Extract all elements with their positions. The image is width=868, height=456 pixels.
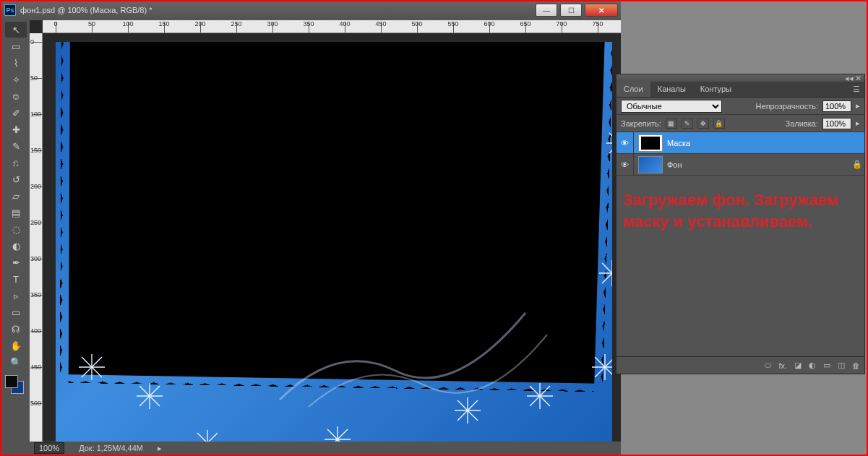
window-title: фон1.psd @ 100% (Маска, RGB/8) * <box>20 6 536 14</box>
tool-eraser[interactable]: ▱ <box>5 188 27 204</box>
tool-stamp[interactable]: ⎌ <box>5 155 27 171</box>
photoshop-window: Ps фон1.psd @ 100% (Маска, RGB/8) * ↖▭⌇✧… <box>1 1 621 455</box>
tool-3d[interactable]: ☊ <box>5 321 27 337</box>
lock-pixels-button[interactable]: ✎ <box>682 119 693 129</box>
doc-size: Док: 1,25M/4,44M <box>79 444 143 452</box>
panel-drag-header[interactable]: ◂◂✕ <box>616 74 864 82</box>
foreground-color[interactable] <box>5 375 18 388</box>
minimize-button[interactable] <box>536 4 557 17</box>
snowflake-icon <box>598 259 612 288</box>
fill-label: Заливка: <box>786 119 818 128</box>
lock-transparency-button[interactable]: ▦ <box>666 119 677 129</box>
lock-position-button[interactable]: ✥ <box>697 119 709 129</box>
snowflake-icon <box>590 353 612 382</box>
tool-type[interactable]: T <box>5 271 27 287</box>
layer-thumbnail[interactable] <box>638 156 663 173</box>
tools-panel: ↖▭⌇✧⎊✐✚✎⎌↺▱▤◌◐✒T▹▭☊✋🔍 <box>4 20 28 447</box>
title-bar: Ps фон1.psd @ 100% (Маска, RGB/8) * <box>1 1 621 19</box>
snowflake-icon <box>323 425 352 442</box>
canvas-scrollview[interactable] <box>43 33 621 442</box>
layer-list: 👁Маска👁Фон🔒 <box>616 132 864 356</box>
ruler-horizontal: 0501001502002503003504004505005506006507… <box>43 20 621 33</box>
zoom-level[interactable]: 100% <box>34 442 64 454</box>
snowflake-icon <box>135 382 164 410</box>
tab-Каналы[interactable]: Каналы <box>650 82 693 97</box>
footer-link-button[interactable]: ⬭ <box>765 361 771 370</box>
opacity-label: Непрозрачность: <box>756 102 818 111</box>
footer-delete-button[interactable]: 🗑 <box>852 361 860 370</box>
status-chevron-icon[interactable]: ▸ <box>158 444 162 453</box>
snowflake-icon <box>525 382 554 410</box>
fill-input[interactable] <box>822 118 851 129</box>
tool-blur[interactable]: ◌ <box>5 221 27 237</box>
lock-icon: 🔒 <box>850 160 864 169</box>
color-swatches[interactable] <box>5 375 24 394</box>
layer-row[interactable]: 👁Маска <box>616 132 864 154</box>
tab-Слои[interactable]: Слои <box>616 82 650 97</box>
lock-label: Закрепить: <box>621 119 661 128</box>
layer-name[interactable]: Маска <box>667 139 864 147</box>
opacity-chevron-icon[interactable]: ▸ <box>856 101 860 111</box>
footer-mask-button[interactable]: ◪ <box>794 361 802 370</box>
visibility-toggle[interactable]: 👁 <box>616 154 634 175</box>
ruler-vertical: 050100150200250300350400450500 <box>30 33 43 442</box>
opacity-input[interactable] <box>822 100 851 112</box>
fill-chevron-icon[interactable]: ▸ <box>856 119 860 128</box>
layer-name[interactable]: Фон <box>667 160 850 169</box>
maximize-button[interactable] <box>560 4 582 17</box>
tab-Контуры[interactable]: Контуры <box>693 82 739 97</box>
snowflake-icon <box>453 396 482 425</box>
panel-footer: ⬭fx.◪◐▭◫🗑 <box>616 356 864 374</box>
status-bar: 100% Док: 1,25M/4,44M ▸ <box>30 442 621 455</box>
tutorial-annotation: Загружаем фон. Загружаем маску и устанав… <box>620 186 859 235</box>
layer-thumbnail[interactable] <box>638 134 663 152</box>
lock-row: Закрепить: ▦ ✎ ✥ 🔒 Заливка: ▸ <box>616 115 864 132</box>
workspace: 0501001502002503003504004505005506006507… <box>30 20 621 442</box>
snowflake-icon <box>77 353 106 382</box>
tool-gradient[interactable]: ▤ <box>5 205 27 220</box>
tool-pen[interactable]: ✒ <box>5 254 27 270</box>
blend-row: Обычные Непрозрачность: ▸ <box>616 98 864 115</box>
tool-lasso[interactable]: ⌇ <box>5 55 27 71</box>
decorative-swirl <box>265 270 554 414</box>
tool-history[interactable]: ↺ <box>5 171 27 187</box>
tool-eyedrop[interactable]: ✐ <box>5 105 27 121</box>
app-icon: Ps <box>4 4 16 16</box>
footer-fx-button[interactable]: fx. <box>778 361 787 370</box>
snowflake-icon <box>193 429 222 442</box>
tool-dodge[interactable]: ◐ <box>5 238 27 254</box>
close-button[interactable] <box>585 4 618 17</box>
tool-crop[interactable]: ⎊ <box>5 88 27 104</box>
tool-hand[interactable]: ✋ <box>5 337 27 353</box>
tool-brush[interactable]: ✎ <box>5 138 27 154</box>
lock-all-button[interactable]: 🔒 <box>713 119 725 129</box>
canvas[interactable] <box>56 42 612 442</box>
window-controls <box>536 4 618 17</box>
tool-rect[interactable]: ▭ <box>5 304 27 320</box>
tool-zoom[interactable]: 🔍 <box>5 354 27 370</box>
panel-tabs: СлоиКаналыКонтуры☰ <box>616 82 864 98</box>
footer-adjust-button[interactable]: ◐ <box>809 361 816 370</box>
snowflake-icon <box>605 129 612 158</box>
footer-new-layer-button[interactable]: ◫ <box>838 361 845 370</box>
footer-group-button[interactable]: ▭ <box>823 361 830 370</box>
panel-menu-icon[interactable]: ☰ <box>848 82 864 97</box>
tool-path[interactable]: ▹ <box>5 288 27 304</box>
tool-move[interactable]: ↖ <box>5 22 27 38</box>
visibility-toggle[interactable]: 👁 <box>616 132 634 153</box>
layer-row[interactable]: 👁Фон🔒 <box>616 154 864 176</box>
blend-mode-select[interactable]: Обычные <box>621 100 722 113</box>
tool-wand[interactable]: ✧ <box>5 72 27 87</box>
tool-marquee[interactable]: ▭ <box>5 38 27 54</box>
tool-heal[interactable]: ✚ <box>5 121 27 137</box>
